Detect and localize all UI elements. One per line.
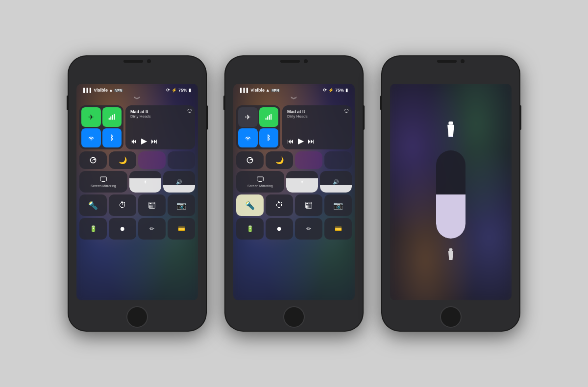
timer-btn-1[interactable]: ⏱ <box>109 194 136 216</box>
camera-btn-1[interactable]: 📷 <box>168 194 195 216</box>
home-button-2[interactable] <box>283 306 305 328</box>
wifi-btn-1[interactable] <box>81 128 101 148</box>
brightness-slider-1[interactable]: ☀ <box>129 171 161 193</box>
screen-mirror-btn-1[interactable]: Screen Mirroring <box>79 171 127 193</box>
timer-btn-2[interactable]: ⏱ <box>266 194 293 216</box>
svg-rect-0 <box>109 118 110 120</box>
cellular-btn-2[interactable] <box>259 107 279 127</box>
bluetooth-btn-1[interactable]: ᛒ <box>102 128 122 148</box>
fl-content-3 <box>390 84 512 300</box>
flashlight-slider-3[interactable] <box>436 150 466 239</box>
wifi-icon-1: ▲ <box>109 88 113 93</box>
svg-rect-38 <box>448 121 453 125</box>
do-not-disturb-btn-2[interactable]: 🌙 <box>266 151 293 169</box>
camera-btn-2[interactable]: 📷 <box>324 194 352 216</box>
next-btn-1[interactable]: ⏭ <box>151 137 158 145</box>
media-tile-2[interactable]: Mad at It Dirty Heads ⏮ ▶ ⏭ <box>282 105 352 149</box>
cellular-btn-1[interactable] <box>102 107 122 127</box>
rotation-lock-btn-2[interactable] <box>236 151 264 169</box>
bluetooth-btn-2[interactable]: ᛒ <box>259 128 279 148</box>
phone-speaker-2 <box>280 60 300 63</box>
tile-empty-4[interactable] <box>324 151 352 169</box>
phone-top-bar-1 <box>69 56 206 65</box>
svg-point-16 <box>149 207 150 208</box>
media-tile-1[interactable]: Mad at It Dirty Heads ⏮ ▶ ⏭ <box>125 105 195 149</box>
svg-rect-4 <box>100 177 107 181</box>
volume-fill-1 <box>163 185 195 193</box>
notes-btn-1[interactable]: ✏ <box>138 218 166 240</box>
battery-pct-1: 75% <box>178 88 187 93</box>
battery-widget-btn-1[interactable]: 🔋 <box>79 218 107 240</box>
battery-widget-btn-2[interactable]: 🔋 <box>236 218 264 240</box>
voice-memo-btn-2[interactable]: ⏺ <box>266 218 293 240</box>
phone-camera-2 <box>304 59 308 63</box>
play-btn-1[interactable]: ▶ <box>141 136 147 145</box>
tile-empty-1[interactable] <box>138 151 166 169</box>
phone-speaker-3 <box>437 60 457 63</box>
wallet-btn-1[interactable]: 💳 <box>168 218 195 240</box>
next-btn-2[interactable]: ⏭ <box>308 137 315 145</box>
airplay-icon-2 <box>344 108 349 114</box>
volume-slider-1[interactable]: 🔊 <box>163 171 195 193</box>
cc-row-3-2: Screen Mirroring ☀ 🔊 <box>236 171 352 193</box>
wifi-btn-2[interactable] <box>238 128 258 148</box>
status-bar-2: ▌▌▌ Visible ▲ VPN ⟳ ⚡ 75% ▮ <box>236 87 352 94</box>
screen-mirror-btn-2[interactable]: Screen Mirroring <box>236 171 284 193</box>
notes-btn-2[interactable]: ✏ <box>295 218 322 240</box>
phone-screen-1: ▌▌▌ Visible ▲ VPN ⟳ ⚡ 75% ▮ ︾ <box>76 84 198 300</box>
media-controls-1: ⏮ ▶ ⏭ <box>130 136 190 145</box>
phone-3 <box>382 56 519 331</box>
status-left-2: ▌▌▌ Visible ▲ VPN <box>240 88 280 93</box>
svg-rect-22 <box>270 114 271 120</box>
cc-row-connectivity-1: ✈ ᛒ M <box>79 105 195 149</box>
status-left-1: ▌▌▌ Visible ▲ VPN <box>83 88 123 93</box>
phone-1: ▌▌▌ Visible ▲ VPN ⟳ ⚡ 75% ▮ ︾ <box>69 56 206 331</box>
cc-grid-1[interactable]: ✈ ᛒ M <box>79 105 195 297</box>
calculator-btn-2[interactable] <box>295 194 322 216</box>
phone-speaker-1 <box>123 60 143 63</box>
cc-grid-2[interactable]: ✈ ᛒ M <box>236 105 352 297</box>
svg-point-15 <box>152 206 153 207</box>
svg-point-9 <box>154 203 155 204</box>
flashlight-btn-2[interactable]: 🔦 <box>236 194 264 216</box>
tile-empty-2[interactable] <box>168 151 195 169</box>
media-artist-1: Dirty Heads <box>130 114 190 119</box>
airplay-icon-1 <box>187 108 192 114</box>
calculator-btn-1[interactable] <box>138 194 166 216</box>
connectivity-tile-1[interactable]: ✈ ᛒ <box>79 105 123 149</box>
rotation-lock-btn-1[interactable] <box>79 151 107 169</box>
do-not-disturb-btn-1[interactable]: 🌙 <box>109 151 136 169</box>
chevron-down-2: ︾ <box>236 96 352 102</box>
volume-slider-2[interactable]: 🔊 <box>320 171 352 193</box>
media-title-2: Mad at It <box>287 109 347 114</box>
svg-rect-19 <box>266 118 267 120</box>
phone-top-bar-2 <box>225 56 363 65</box>
svg-marker-39 <box>447 125 454 137</box>
svg-rect-21 <box>269 115 270 120</box>
airplane-mode-btn-2[interactable]: ✈ <box>238 107 258 127</box>
cc-row-2-2: 🌙 <box>236 151 352 169</box>
brightness-icon-1: ☀ <box>143 179 147 185</box>
wallet-btn-2[interactable]: 💳 <box>324 218 352 240</box>
connectivity-tile-2[interactable]: ✈ ᛒ <box>236 105 280 149</box>
prev-btn-1[interactable]: ⏮ <box>130 137 137 145</box>
svg-point-28 <box>311 203 312 204</box>
signal-bars-1: ▌▌▌ <box>83 88 93 93</box>
status-bar-1: ▌▌▌ Visible ▲ VPN ⟳ ⚡ 75% ▮ <box>79 87 195 94</box>
vpn-badge-1: VPN <box>114 89 123 92</box>
tile-empty-3[interactable] <box>295 151 322 169</box>
svg-rect-7 <box>149 203 151 204</box>
media-controls-2: ⏮ ▶ ⏭ <box>287 136 347 145</box>
svg-rect-1 <box>110 116 111 120</box>
play-btn-2[interactable]: ▶ <box>298 136 304 145</box>
brightness-slider-2[interactable]: ☀ <box>286 171 318 193</box>
media-title-1: Mad at It <box>130 109 190 114</box>
airplane-mode-btn-1[interactable]: ✈ <box>81 107 101 127</box>
prev-btn-2[interactable]: ⏮ <box>287 137 294 145</box>
flashlight-btn-1[interactable]: 🔦 <box>79 194 107 216</box>
battery-pct-2: 75% <box>335 88 344 93</box>
home-button-3[interactable] <box>440 306 462 328</box>
voice-memo-btn-1[interactable]: ⏺ <box>109 218 136 240</box>
cc-row-3-1: Screen Mirroring ☀ 🔊 <box>79 171 195 193</box>
home-button-1[interactable] <box>126 306 148 328</box>
